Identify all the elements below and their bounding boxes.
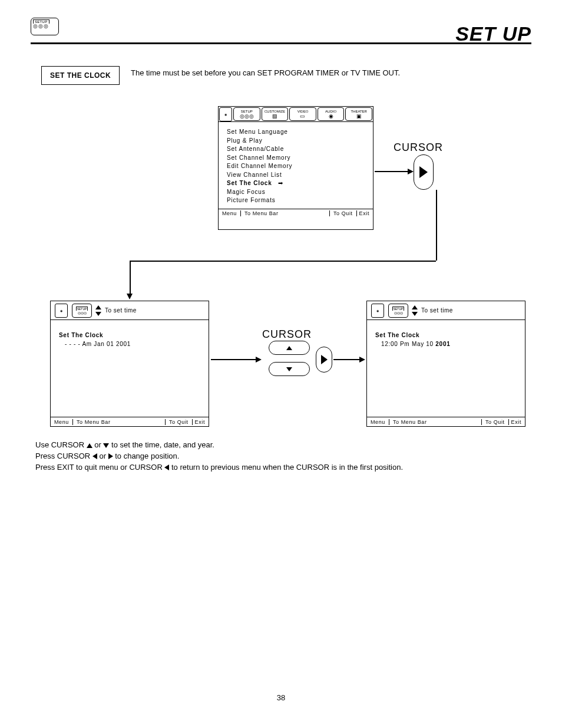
- clock-header: ◉ SETUP◎◎◎ To set time: [51, 301, 209, 320]
- arrow-head-icon: [256, 357, 262, 363]
- flow-arrow: [436, 190, 437, 261]
- arrow-head-icon: [408, 169, 414, 174]
- setup-badge: SETUP ◎◎◎: [31, 18, 59, 35]
- cursor-up-button[interactable]: [269, 341, 310, 355]
- clock-title: Set The Clock: [59, 331, 200, 340]
- chevron-down-icon: [412, 312, 418, 316]
- chevron-up-icon: [95, 305, 101, 309]
- footer-quit: To Quit: [485, 419, 509, 425]
- menu-item[interactable]: Edit Channel Memory: [227, 162, 365, 171]
- clock-header-text: To set time: [421, 307, 521, 314]
- chevron-down-icon: [103, 443, 109, 448]
- cursor-right-button[interactable]: [316, 347, 332, 373]
- chevron-down-icon: [286, 367, 292, 371]
- footer-menubar: To Menu Bar: [73, 419, 165, 425]
- tab-video[interactable]: VIDEO▭: [289, 107, 316, 121]
- remote-icon: ◉: [219, 107, 232, 121]
- menu-footer: Menu To Menu Bar To QuitExit: [219, 209, 373, 218]
- footer-exit[interactable]: Exit: [195, 419, 205, 425]
- chevron-right-icon: [419, 166, 428, 178]
- updown-indicator: [412, 305, 418, 316]
- footer-menu[interactable]: Menu: [51, 419, 73, 425]
- page-number: 38: [0, 693, 562, 702]
- arrow-head-icon: [359, 357, 365, 363]
- menu-item[interactable]: Plug & Play: [227, 137, 365, 146]
- clock-body: Set The Clock 12:00 Pm May 10 2001: [367, 320, 525, 359]
- chevron-up-icon: [412, 305, 418, 309]
- menu-item[interactable]: Set Antenna/Cable: [227, 145, 365, 154]
- flow-arrow: [375, 171, 410, 172]
- menu-tab-row: ◉ SETUP◎◎◎ CUSTOMIZE▧ VIDEO▭ AUDIO◉ THEA…: [219, 107, 373, 122]
- flow-arrow: [130, 261, 131, 296]
- remote-icon: ◉: [371, 304, 384, 318]
- cursor-down-button[interactable]: [269, 362, 310, 376]
- clock-panel-set: ◉ SETUP◎◎◎ To set time Set The Clock 12:…: [366, 301, 525, 427]
- clock-title: Set The Clock: [375, 331, 517, 340]
- footer-menubar: To Menu Bar: [241, 210, 329, 216]
- setup-badge-icons: ◎◎◎: [33, 23, 49, 29]
- chevron-up-icon: [87, 443, 92, 448]
- section-description: The time must be set before you can SET …: [131, 68, 400, 77]
- cursor-updown-cluster: [263, 341, 316, 376]
- footer-exit[interactable]: Exit: [359, 210, 369, 216]
- section-label: SET THE CLOCK: [41, 66, 120, 85]
- setup-mini-badge: SETUP◎◎◎: [388, 304, 408, 318]
- cursor-label: CURSOR: [262, 328, 312, 341]
- menu-item[interactable]: Picture Formats: [227, 196, 365, 205]
- setup-menu-panel: ◉ SETUP◎◎◎ CUSTOMIZE▧ VIDEO▭ AUDIO◉ THEA…: [218, 106, 373, 230]
- footer-quit: To Quit: [169, 419, 193, 425]
- tab-theater[interactable]: THEATER▣: [345, 107, 372, 121]
- chevron-right-icon: [321, 355, 328, 364]
- menu-body: Set Menu Language Plug & Play Set Antenn…: [219, 122, 373, 209]
- header-rule: [31, 42, 531, 44]
- footer-menu[interactable]: Menu: [219, 210, 241, 216]
- menu-item[interactable]: View Channel List: [227, 171, 365, 180]
- menu-footer: Menu To Menu Bar To QuitExit: [367, 417, 525, 426]
- instructions-block: Use CURSOR or to set the time, date, and…: [35, 440, 527, 473]
- clock-body: Set The Clock - - - - Am Jan 01 2001: [51, 320, 209, 359]
- footer-quit: To Quit: [333, 210, 357, 216]
- flow-arrow: [333, 359, 362, 360]
- chevron-left-icon: [92, 453, 97, 459]
- footer-menu[interactable]: Menu: [367, 419, 389, 425]
- clock-panel-initial: ◉ SETUP◎◎◎ To set time Set The Clock - -…: [50, 301, 209, 427]
- arrow-head-icon: [127, 294, 133, 299]
- flow-arrow: [130, 261, 436, 262]
- menu-footer: Menu To Menu Bar To QuitExit: [51, 417, 209, 426]
- menu-item[interactable]: Set Menu Language: [227, 128, 365, 137]
- clock-value[interactable]: 12:00 Pm May 10 2001: [375, 340, 517, 348]
- setup-mini-badge: SETUP◎◎◎: [72, 304, 92, 318]
- flow-arrow: [211, 359, 258, 360]
- instruction-line: Press EXIT to quit menu or CURSOR to ret…: [35, 462, 527, 473]
- menu-item-selected[interactable]: Set The Clock➡: [227, 179, 365, 188]
- tab-setup[interactable]: SETUP◎◎◎: [233, 107, 260, 121]
- tab-customize[interactable]: CUSTOMIZE▧: [262, 107, 289, 121]
- remote-icon: ◉: [55, 304, 68, 318]
- chevron-up-icon: [286, 346, 292, 350]
- footer-exit[interactable]: Exit: [511, 419, 521, 425]
- cursor-label: CURSOR: [394, 141, 443, 154]
- tab-audio[interactable]: AUDIO◉: [318, 107, 345, 121]
- clock-header-text: To set time: [105, 307, 205, 314]
- clock-value[interactable]: - - - - Am Jan 01 2001: [59, 340, 200, 348]
- instruction-line: Use CURSOR or to set the time, date, and…: [35, 440, 527, 451]
- clock-header: ◉ SETUP◎◎◎ To set time: [367, 301, 525, 320]
- instruction-line: Press CURSOR or to change position.: [35, 451, 527, 462]
- updown-indicator: [95, 305, 101, 316]
- chevron-down-icon: [95, 312, 101, 316]
- submenu-arrow-icon: ➡: [278, 180, 283, 186]
- chevron-right-icon: [108, 453, 113, 459]
- menu-item[interactable]: Set Channel Memory: [227, 154, 365, 163]
- menu-item[interactable]: Magic Focus: [227, 188, 365, 197]
- footer-menubar: To Menu Bar: [389, 419, 481, 425]
- cursor-right-button[interactable]: [414, 154, 434, 190]
